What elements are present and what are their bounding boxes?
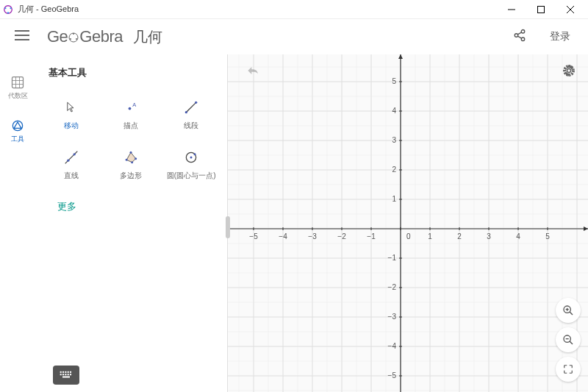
minimize-button[interactable] [497, 0, 526, 19]
tool-line-label: 直线 [64, 171, 79, 181]
fullscreen-button[interactable] [556, 357, 581, 382]
svg-point-32 [67, 160, 69, 162]
svg-rect-169 [68, 371, 69, 373]
svg-rect-175 [70, 374, 71, 375]
tools-panel-title: 基本工具 [43, 66, 220, 79]
svg-text:−4: −4 [388, 342, 397, 350]
svg-text:−2: −2 [388, 283, 397, 291]
svg-text:5: 5 [545, 232, 550, 240]
tools-label: 工具 [11, 135, 24, 144]
svg-rect-170 [70, 371, 71, 373]
svg-rect-166 [60, 371, 62, 373]
svg-rect-20 [12, 77, 24, 88]
svg-point-39 [190, 157, 193, 159]
svg-text:3: 3 [392, 136, 396, 144]
svg-rect-176 [62, 377, 70, 378]
svg-text:A: A [133, 101, 137, 108]
svg-line-163 [570, 341, 573, 344]
algebra-view-button[interactable]: 代数区 [5, 72, 31, 104]
svg-text:5: 5 [392, 77, 396, 85]
svg-point-3 [7, 12, 9, 13]
svg-point-36 [132, 161, 134, 163]
panel-resize-handle[interactable] [226, 216, 230, 238]
point-icon: A [122, 99, 140, 116]
svg-text:−5: −5 [388, 371, 397, 379]
svg-rect-167 [62, 371, 64, 373]
tool-polygon-label: 多边形 [120, 171, 142, 181]
svg-point-2 [10, 7, 11, 9]
menu-button[interactable] [9, 24, 35, 49]
window-title: 几何 - GeoGebra [18, 4, 497, 15]
more-tools-button[interactable]: 更多 [43, 193, 220, 221]
tools-view-button[interactable]: 工具 [7, 115, 28, 147]
svg-text:−5: −5 [249, 232, 258, 240]
app-header: GeGebra 几何 登录 [0, 19, 588, 54]
svg-rect-171 [60, 374, 62, 375]
svg-point-13 [76, 38, 77, 40]
svg-text:−2: −2 [337, 232, 346, 240]
zoom-out-button[interactable] [556, 327, 581, 352]
svg-text:4: 4 [516, 232, 520, 240]
svg-point-40 [194, 153, 196, 155]
tool-move-label: 移动 [64, 121, 79, 131]
tool-circle[interactable]: 圆(圆心与一点) [162, 141, 220, 188]
svg-text:−3: −3 [388, 313, 397, 321]
svg-line-31 [65, 152, 77, 164]
coordinate-grid: −5−4−3−2−1012345−5−4−3−2−112345 [228, 54, 588, 392]
left-rail: 代数区 工具 [0, 54, 35, 392]
app-logo: GeGebra [47, 27, 123, 46]
tool-line[interactable]: 直线 [43, 141, 100, 188]
maximize-button[interactable] [526, 0, 556, 19]
tool-polygon[interactable]: 多边形 [103, 141, 160, 188]
tool-circle-label: 圆(圆心与一点) [167, 171, 216, 181]
algebra-label: 代数区 [8, 91, 28, 101]
svg-point-15 [521, 30, 525, 34]
svg-point-35 [135, 157, 137, 160]
zoom-in-button[interactable] [556, 298, 581, 323]
svg-point-33 [73, 153, 75, 155]
svg-text:1: 1 [392, 195, 396, 203]
app-icon [3, 4, 13, 15]
svg-point-37 [126, 159, 128, 161]
tool-point[interactable]: A 描点 [103, 91, 160, 138]
tool-segment[interactable]: 线段 [162, 91, 220, 138]
svg-line-18 [517, 32, 521, 35]
page-title: 几何 [133, 27, 162, 47]
tool-move[interactable]: 移动 [43, 91, 100, 138]
svg-point-29 [185, 111, 187, 113]
share-button[interactable] [507, 23, 532, 51]
svg-rect-174 [68, 374, 69, 375]
tool-point-label: 描点 [123, 121, 138, 131]
svg-text:0: 0 [406, 232, 411, 240]
svg-point-14 [73, 33, 74, 35]
svg-text:−1: −1 [367, 232, 376, 240]
svg-text:−1: −1 [388, 254, 397, 262]
segment-icon [182, 99, 200, 116]
svg-point-17 [521, 38, 525, 41]
tools-panel: 基本工具 移动 A 描点 线段 直线 多边形 [35, 54, 228, 392]
svg-rect-5 [538, 6, 545, 13]
svg-text:1: 1 [428, 232, 432, 240]
svg-line-159 [570, 312, 573, 315]
svg-point-34 [130, 152, 132, 154]
cursor-icon [62, 99, 80, 116]
settings-button[interactable] [557, 59, 581, 85]
login-button[interactable]: 登录 [541, 24, 579, 49]
close-button[interactable] [556, 0, 585, 19]
circle-icon [182, 149, 200, 166]
graphics-view[interactable]: −5−4−3−2−1012345−5−4−3−2−112345 [228, 54, 588, 392]
svg-text:2: 2 [392, 165, 396, 174]
svg-text:−4: −4 [279, 232, 287, 240]
window-titlebar: 几何 - GeoGebra [0, 0, 588, 19]
virtual-keyboard-button[interactable] [53, 366, 79, 385]
undo-button[interactable] [241, 60, 265, 84]
tool-segment-label: 线段 [184, 121, 198, 131]
svg-text:4: 4 [392, 107, 396, 115]
svg-line-28 [186, 102, 196, 112]
svg-rect-173 [65, 374, 66, 375]
svg-point-30 [195, 101, 197, 104]
svg-line-19 [517, 36, 521, 38]
svg-point-16 [514, 34, 518, 38]
svg-point-12 [70, 38, 71, 40]
svg-text:−3: −3 [308, 232, 317, 240]
